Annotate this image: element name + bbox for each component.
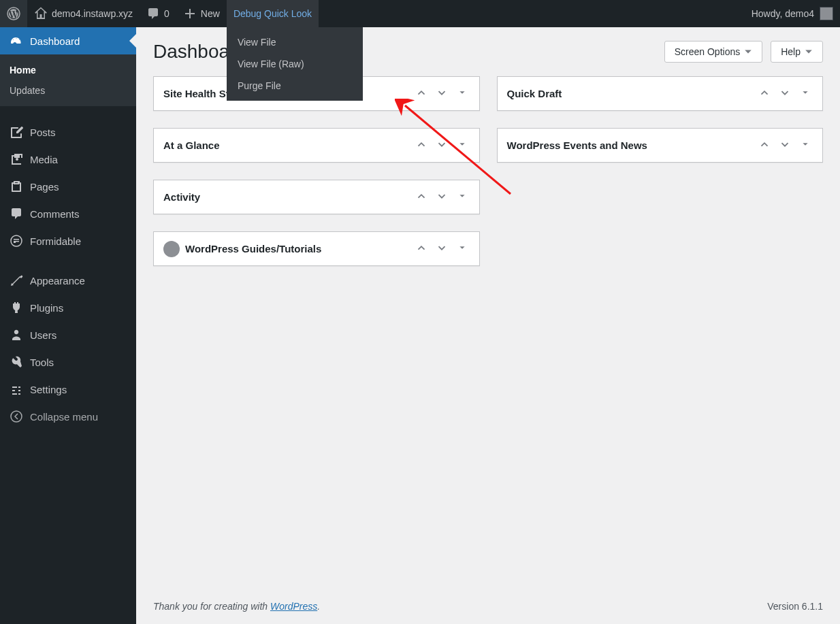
comments-icon (10, 207, 23, 220)
new-label: New (201, 8, 220, 19)
screen-options-label: Screen Options (675, 46, 741, 57)
widget-move-down[interactable] (434, 137, 449, 154)
appearance-label: Appearance (30, 275, 85, 286)
chevron-down-icon (436, 190, 448, 202)
sidebar-collapse[interactable]: Collapse menu (0, 403, 136, 430)
widget-column-left: Site Health Status At a Glance (153, 76, 480, 266)
widget-toggle[interactable] (455, 137, 470, 154)
tools-label: Tools (30, 357, 54, 368)
posts-icon (10, 125, 23, 139)
caret-down-icon (456, 190, 468, 202)
screen-options-button[interactable]: Screen Options (664, 41, 763, 63)
widget-controls (414, 137, 470, 154)
chevron-up-icon (415, 86, 427, 99)
chevron-up-icon (758, 86, 771, 99)
widget-toggle[interactable] (455, 240, 470, 257)
chevron-up-icon (415, 242, 427, 254)
site-name-label: demo4.instawp.xyz (52, 8, 133, 19)
wp-logo[interactable] (0, 0, 27, 27)
widget-move-down[interactable] (434, 85, 449, 102)
dashboard-widgets: Site Health Status At a Glance (153, 76, 823, 266)
widget-move-up[interactable] (757, 85, 772, 102)
sidebar-dashboard-submenu: Home Updates (0, 54, 136, 106)
widget-title: WordPress Guides/Tutorials (185, 243, 321, 254)
widget-move-down[interactable] (434, 188, 449, 206)
tools-icon (10, 355, 23, 369)
widget-toggle[interactable] (455, 85, 470, 102)
admin-sidebar: Dashboard Home Updates Posts Media Pages… (0, 27, 136, 624)
sidebar-item-settings[interactable]: Settings (0, 376, 136, 403)
sidebar-item-dashboard[interactable]: Dashboard (0, 27, 136, 54)
admin-footer: Thank you for creating with WordPress. V… (136, 589, 840, 624)
widget-header[interactable]: WordPress Events and News (498, 129, 823, 162)
settings-icon (10, 382, 23, 396)
pages-icon (10, 180, 23, 193)
chevron-down-icon (779, 138, 791, 150)
widget-move-up[interactable] (414, 137, 429, 154)
widget-controls (757, 85, 813, 102)
sidebar-item-plugins[interactable]: Plugins (0, 294, 136, 321)
chevron-up-icon (758, 138, 771, 150)
chevron-down-icon (436, 86, 448, 99)
widget-activity: Activity (153, 180, 480, 214)
widget-move-up[interactable] (414, 85, 429, 102)
widget-toggle[interactable] (798, 85, 813, 102)
sidebar-item-comments[interactable]: Comments (0, 200, 136, 227)
new-content-link[interactable]: New (176, 0, 227, 27)
debug-label: Debug Quick Look (233, 8, 312, 19)
users-label: Users (30, 329, 56, 341)
widget-controls (414, 188, 470, 206)
widget-icon (163, 241, 180, 257)
sidebar-item-users[interactable]: Users (0, 321, 136, 348)
widget-header[interactable]: Activity (154, 180, 479, 214)
widget-move-up[interactable] (414, 240, 429, 257)
pages-label: Pages (30, 181, 59, 193)
widget-header[interactable]: At a Glance (154, 129, 479, 162)
caret-down-icon (456, 138, 468, 150)
sidebar-item-media[interactable]: Media (0, 146, 136, 173)
widget-header[interactable]: Quick Draft (498, 77, 823, 110)
chevron-down-icon (779, 86, 791, 99)
footer-thank-you: Thank you for creating with (153, 601, 270, 612)
sidebar-item-pages[interactable]: Pages (0, 173, 136, 200)
svg-point-1 (16, 158, 18, 161)
widget-move-down[interactable] (777, 85, 792, 102)
widget-header[interactable]: WordPress Guides/Tutorials (154, 232, 479, 265)
dropdown-view-file[interactable]: View File (227, 31, 363, 53)
chevron-up-icon (415, 190, 427, 202)
widget-toggle[interactable] (455, 188, 470, 206)
widget-toggle[interactable] (798, 137, 813, 154)
avatar (820, 7, 833, 20)
sidebar-item-posts[interactable]: Posts (0, 118, 136, 146)
widget-controls (414, 85, 470, 102)
header-buttons: Screen Options Help (664, 41, 823, 63)
dropdown-view-file-raw[interactable]: View File (Raw) (227, 53, 363, 75)
sidebar-item-formidable[interactable]: Formidable (0, 227, 136, 254)
sidebar-item-tools[interactable]: Tools (0, 348, 136, 376)
footer-wordpress-link[interactable]: WordPress (270, 601, 317, 612)
caret-down-icon (799, 86, 811, 99)
comments-link[interactable]: 0 (140, 0, 176, 27)
sidebar-sub-updates[interactable]: Updates (0, 80, 136, 101)
sidebar-separator (0, 106, 136, 118)
settings-label: Settings (30, 384, 67, 395)
widget-move-up[interactable] (757, 137, 772, 154)
footer-version: Version 6.1.1 (767, 601, 823, 612)
plugins-label: Plugins (30, 302, 63, 314)
widget-move-up[interactable] (414, 188, 429, 206)
widget-title: Activity (163, 191, 200, 203)
media-label: Media (30, 154, 58, 165)
sidebar-sub-home[interactable]: Home (0, 60, 136, 80)
footer-credit: Thank you for creating with WordPress. (153, 601, 320, 612)
site-name-link[interactable]: demo4.instawp.xyz (27, 0, 140, 27)
sidebar-item-appearance[interactable]: Appearance (0, 267, 136, 294)
footer-period: . (317, 601, 320, 612)
admin-bar-right[interactable]: Howdy, demo4 (752, 7, 840, 20)
dropdown-purge-file[interactable]: Purge File (227, 75, 363, 97)
caret-down-icon (456, 86, 468, 99)
widget-move-down[interactable] (777, 137, 792, 154)
widget-move-down[interactable] (434, 240, 449, 257)
plus-icon (183, 7, 197, 20)
debug-quick-look[interactable]: Debug Quick Look View File View File (Ra… (227, 0, 319, 27)
help-button[interactable]: Help (771, 41, 823, 63)
